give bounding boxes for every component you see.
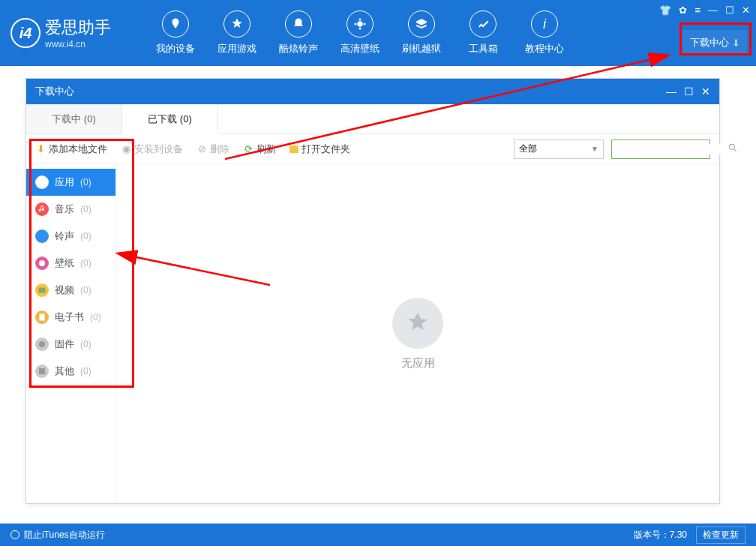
delete-icon: ⊘	[196, 144, 207, 154]
download-center-window: 下载中心 — ☐ ✕ 下载中 (0) 已下载 (0) ⬇添加本地文件 ◉安装到设…	[26, 78, 720, 504]
nav-my-device[interactable]: 我的设备	[148, 10, 202, 56]
logo: i4 爱思助手 www.i4.cn	[10, 16, 111, 50]
svg-point-3	[355, 23, 357, 26]
inner-window-header: 下载中心 — ☐ ✕	[26, 79, 719, 104]
chevron-down-icon: ▼	[591, 145, 598, 153]
refresh-icon: ⟳	[243, 144, 254, 154]
feedback-icon[interactable]: ≡	[694, 4, 700, 16]
open-folder-button[interactable]: 打开文件夹	[290, 142, 350, 156]
nav-tools[interactable]: 工具箱	[456, 10, 510, 56]
tab-downloaded[interactable]: 已下载 (0)	[122, 104, 218, 134]
inner-maximize[interactable]: ☐	[684, 86, 694, 98]
empty-state-icon	[392, 298, 443, 349]
app-name: 爱思助手	[45, 16, 111, 39]
delete-button[interactable]: ⊘删除	[196, 142, 230, 156]
search-input[interactable]	[615, 144, 728, 154]
shirt-icon[interactable]: 👕	[659, 4, 671, 16]
logo-icon: i4	[10, 18, 40, 48]
folder-icon	[290, 146, 298, 153]
svg-line-6	[734, 149, 736, 152]
svg-point-5	[729, 144, 734, 149]
version-label: 版本号：7.30	[634, 529, 687, 542]
nav-jailbreak[interactable]: 刷机越狱	[394, 10, 448, 56]
window-controls: 👕 ✿ ≡ — ☐ ✕	[659, 4, 750, 16]
app-url: www.i4.cn	[45, 39, 111, 50]
annotation-highlight-2	[29, 139, 134, 388]
search-box	[611, 140, 710, 159]
status-bar: 阻止iTunes自动运行 版本号：7.30 检查更新	[0, 524, 756, 546]
inner-window-title: 下载中心	[35, 85, 74, 98]
itunes-block-toggle[interactable]	[10, 530, 20, 539]
refresh-button[interactable]: ⟳刷新	[243, 142, 276, 156]
main-content: 无应用	[116, 164, 719, 503]
svg-point-0	[357, 21, 363, 27]
filter-select[interactable]: 全部▼	[514, 140, 604, 159]
app-header: i4 爱思助手 www.i4.cn 我的设备 应用游戏 酷炫铃声 高清壁纸 刷机…	[0, 0, 756, 66]
nav-tutorials[interactable]: i教程中心	[518, 10, 572, 56]
minimize-button[interactable]: —	[708, 4, 718, 16]
close-button[interactable]: ✕	[742, 4, 750, 16]
tab-downloading[interactable]: 下载中 (0)	[26, 104, 122, 134]
main-nav: 我的设备 应用游戏 酷炫铃声 高清壁纸 刷机越狱 工具箱 i教程中心	[148, 10, 572, 56]
itunes-block-label: 阻止iTunes自动运行	[24, 529, 105, 542]
svg-point-4	[364, 23, 366, 26]
inner-close[interactable]: ✕	[701, 86, 710, 98]
nav-wallpapers[interactable]: 高清壁纸	[333, 10, 387, 56]
check-update-button[interactable]: 检查更新	[696, 526, 746, 544]
maximize-button[interactable]: ☐	[725, 4, 734, 16]
svg-point-2	[359, 28, 362, 30]
nav-ringtones[interactable]: 酷炫铃声	[272, 10, 326, 56]
annotation-highlight-1	[680, 22, 752, 56]
search-icon[interactable]	[728, 142, 738, 155]
svg-point-1	[359, 19, 362, 21]
empty-state-text: 无应用	[401, 356, 435, 370]
gear-icon[interactable]: ✿	[679, 4, 687, 16]
tabs: 下载中 (0) 已下载 (0)	[26, 104, 719, 134]
inner-minimize[interactable]: —	[666, 86, 676, 98]
nav-apps[interactable]: 应用游戏	[210, 10, 264, 56]
